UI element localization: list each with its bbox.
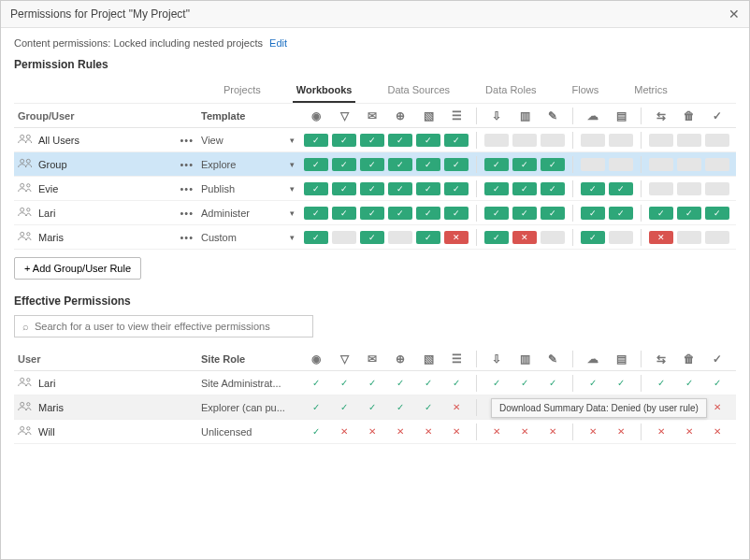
- perm-chip[interactable]: [332, 231, 356, 244]
- perm-chip[interactable]: [512, 134, 537, 147]
- perm-chip[interactable]: [541, 134, 565, 147]
- perm-chip[interactable]: ✓: [705, 207, 729, 220]
- perm-chip[interactable]: ✓: [541, 207, 565, 220]
- row-actions-icon[interactable]: •••: [180, 183, 194, 194]
- perm-chip[interactable]: ✓: [360, 134, 384, 147]
- rule-row[interactable]: All Users•••View▾✓✓✓✓✓✓: [14, 128, 736, 152]
- effective-row[interactable]: LariSite Administrat...✓✓✓✓✓✓✓✓✓✓✓✓✓✓: [14, 371, 736, 395]
- perm-chip[interactable]: ✓: [581, 182, 605, 195]
- perm-chip[interactable]: [609, 231, 633, 244]
- perm-chip[interactable]: ✓: [332, 158, 356, 171]
- row-actions-icon[interactable]: •••: [180, 208, 194, 219]
- download-icon: ⇩: [484, 109, 509, 122]
- perm-chip[interactable]: ✓: [484, 182, 509, 195]
- tab-flows[interactable]: Flows: [569, 79, 603, 103]
- perm-chip[interactable]: ✓: [677, 207, 701, 220]
- perm-chip[interactable]: ✕: [444, 231, 469, 244]
- perm-chip[interactable]: ✓: [484, 158, 509, 171]
- perm-chip[interactable]: [609, 158, 633, 171]
- template-select[interactable]: Administer▾: [201, 208, 304, 219]
- perm-chip[interactable]: [677, 158, 701, 171]
- perm-chip[interactable]: ✕: [649, 231, 673, 244]
- perm-chip[interactable]: ✓: [444, 207, 469, 220]
- tab-data-roles[interactable]: Data Roles: [482, 79, 540, 103]
- perm-chip[interactable]: ✓: [581, 231, 605, 244]
- rule-row[interactable]: Maris•••Custom▾✓✓✓✕✓✕✓✕: [14, 225, 736, 250]
- perm-chip[interactable]: ✓: [416, 158, 440, 171]
- rule-row[interactable]: Evie•••Publish▾✓✓✓✓✓✓✓✓✓✓✓: [14, 177, 736, 201]
- perm-chip[interactable]: [705, 231, 729, 244]
- perm-chip[interactable]: ✓: [416, 182, 440, 195]
- template-select[interactable]: Custom▾: [201, 232, 304, 243]
- perm-chip[interactable]: [677, 231, 701, 244]
- perm-chip[interactable]: ✓: [388, 207, 412, 220]
- perm-chip[interactable]: ✓: [360, 182, 384, 195]
- perm-chip[interactable]: ✓: [332, 207, 356, 220]
- perm-chip[interactable]: ✓: [304, 207, 328, 220]
- perm-chip[interactable]: [705, 158, 729, 171]
- row-actions-icon[interactable]: •••: [180, 232, 194, 243]
- perm-chip[interactable]: ✓: [541, 158, 565, 171]
- perm-chip[interactable]: [677, 134, 701, 147]
- perm-chip[interactable]: ✓: [444, 134, 469, 147]
- template-select[interactable]: Explore▾: [201, 159, 304, 170]
- perm-chip[interactable]: ✓: [416, 207, 440, 220]
- effective-search[interactable]: ⌕: [14, 315, 313, 337]
- perm-chip[interactable]: ✓: [649, 207, 673, 220]
- perm-chip[interactable]: ✓: [541, 182, 565, 195]
- add-group-user-button[interactable]: + Add Group/User Rule: [14, 257, 141, 280]
- perm-chip[interactable]: ✓: [304, 134, 328, 147]
- perm-chip[interactable]: ✓: [512, 207, 537, 220]
- row-actions-icon[interactable]: •••: [180, 159, 194, 170]
- perm-chip[interactable]: [705, 182, 729, 195]
- rule-row[interactable]: Group•••Explore▾✓✓✓✓✓✓✓✓✓: [14, 152, 736, 177]
- perm-chip[interactable]: ✓: [304, 158, 328, 171]
- perm-chip[interactable]: [581, 134, 605, 147]
- perm-chip[interactable]: [649, 182, 673, 195]
- perm-chip[interactable]: [484, 134, 509, 147]
- perm-chip[interactable]: ✓: [360, 231, 384, 244]
- perm-chip[interactable]: ✓: [360, 158, 384, 171]
- perm-chip[interactable]: ✓: [360, 207, 384, 220]
- perm-chip[interactable]: [649, 134, 673, 147]
- perm-chip[interactable]: ✓: [609, 207, 633, 220]
- row-actions-icon[interactable]: •••: [180, 135, 194, 146]
- perm-chip[interactable]: [677, 182, 701, 195]
- perm-chip[interactable]: ✕: [512, 231, 537, 244]
- perm-chip[interactable]: [609, 134, 633, 147]
- perm-chip[interactable]: [581, 158, 605, 171]
- tab-metrics[interactable]: Metrics: [630, 79, 671, 103]
- perm-chip[interactable]: ✓: [512, 158, 537, 171]
- perm-chip[interactable]: ✓: [388, 182, 412, 195]
- tab-workbooks[interactable]: Workbooks: [293, 79, 356, 103]
- perm-chip[interactable]: ✓: [388, 134, 412, 147]
- perm-chip[interactable]: [388, 231, 412, 244]
- rule-row[interactable]: Lari•••Administer▾✓✓✓✓✓✓✓✓✓✓✓✓✓✓: [14, 201, 736, 225]
- perm-chip[interactable]: [541, 231, 565, 244]
- perm-chip[interactable]: ✓: [332, 134, 356, 147]
- perm-chip[interactable]: ✓: [444, 158, 469, 171]
- tab-data-sources[interactable]: Data Sources: [383, 79, 454, 103]
- perm-chip[interactable]: ✓: [332, 182, 356, 195]
- effective-row[interactable]: MarisExplorer (can pu...✓✓✓✓✓✕✓✕✓✓✓✕✕✕Do…: [14, 395, 736, 420]
- close-icon[interactable]: ✕: [728, 7, 740, 22]
- perm-chip[interactable]: ✓: [609, 182, 633, 195]
- perm-chip[interactable]: ✓: [484, 207, 509, 220]
- perm-chip[interactable]: ✓: [484, 231, 509, 244]
- tab-projects[interactable]: Projects: [220, 79, 265, 103]
- perm-chip[interactable]: ✓: [512, 182, 537, 195]
- search-input[interactable]: [35, 321, 305, 332]
- template-select[interactable]: View▾: [201, 135, 304, 146]
- perm-chip[interactable]: ✓: [444, 182, 469, 195]
- effective-row[interactable]: WillUnlicensed✓✕✕✕✕✕✕✕✕✕✕✕✕✕: [14, 420, 736, 444]
- perm-chip[interactable]: [705, 134, 729, 147]
- edit-link[interactable]: Edit: [269, 37, 287, 49]
- perm-chip[interactable]: ✓: [581, 207, 605, 220]
- perm-chip[interactable]: [649, 158, 673, 171]
- perm-chip[interactable]: ✓: [304, 182, 328, 195]
- perm-chip[interactable]: ✓: [304, 231, 328, 244]
- perm-chip[interactable]: ✓: [416, 231, 440, 244]
- perm-chip[interactable]: ✓: [416, 134, 440, 147]
- template-select[interactable]: Publish▾: [201, 183, 304, 194]
- perm-chip[interactable]: ✓: [388, 158, 412, 171]
